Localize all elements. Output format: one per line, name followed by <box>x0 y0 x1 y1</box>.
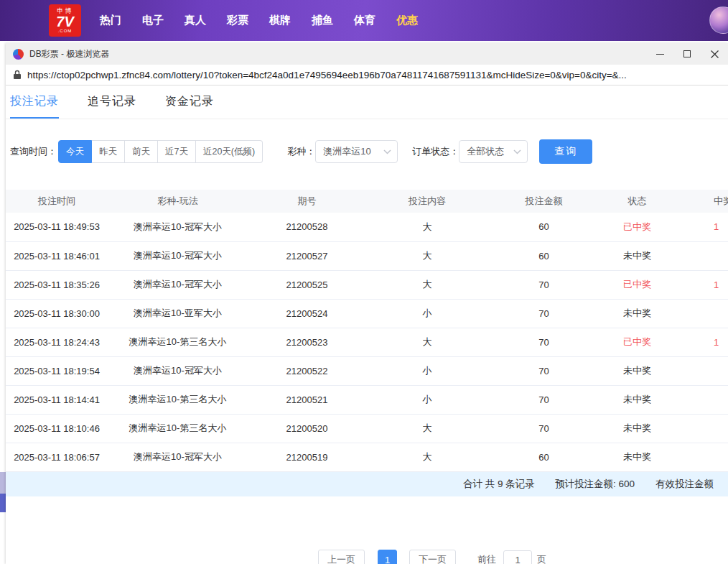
cell-win-amount <box>675 385 728 414</box>
filter-last7days-button[interactable]: 近7天 <box>158 140 196 163</box>
cell-win-amount <box>675 356 728 385</box>
filter-day-before-button[interactable]: 前天 <box>125 140 158 163</box>
tab-bet-records[interactable]: 投注记录 <box>10 85 59 119</box>
record-tabs: 投注记录 追号记录 资金记录 <box>6 85 728 119</box>
browser-window: DB彩票 - 极速浏览器 https://ctop02pchwp1.zfnc84… <box>6 43 728 564</box>
address-bar[interactable]: https://ctop02pchwp1.zfnc84.com/lottery/… <box>6 65 728 85</box>
header-bet-content: 投注内容 <box>366 190 488 213</box>
lottery-records-page: 投注记录 追号记录 资金记录 查询时间： 今天 昨天 前天 近7天 近20天(低… <box>6 85 728 496</box>
expected-bet-amount-text: 预计投注金额: 600 <box>555 478 635 491</box>
maximize-button[interactable] <box>673 43 701 65</box>
cell-bet-content: 小 <box>366 299 488 328</box>
cell-win-amount: 1 <box>675 213 728 241</box>
nav-item-lottery[interactable]: 彩票 <box>227 14 248 27</box>
table-row: 2025-03-11 18:06:57 澳洲幸运10-冠军大小 21200519… <box>6 443 728 471</box>
filter-last20days-button[interactable]: 近20天(低频) <box>196 140 263 163</box>
cell-game-play: 澳洲幸运10-亚军大小 <box>108 299 248 328</box>
query-time-label: 查询时间： <box>10 145 57 158</box>
cell-issue-number: 21200519 <box>248 443 366 471</box>
nav-item-fishing[interactable]: 捕鱼 <box>312 14 333 27</box>
nav-item-boardgames[interactable]: 棋牌 <box>269 14 291 27</box>
lottery-type-value: 澳洲幸运10 <box>323 145 370 158</box>
main-menu: 热门 电子 真人 彩票 棋牌 捕鱼 体育 优惠 <box>100 14 418 27</box>
summary-bar: 合计 共 9 条记录 预计投注金额: 600 有效投注金额 <box>6 472 728 496</box>
next-page-button[interactable]: 下一页 <box>409 550 456 564</box>
minimize-icon <box>656 54 664 55</box>
search-button[interactable]: 查询 <box>539 139 592 164</box>
cell-game-play: 澳洲幸运10-冠军大小 <box>108 443 248 471</box>
cell-issue-number: 21200525 <box>248 270 366 299</box>
header-win-amount: 中奖金额 <box>675 190 728 213</box>
cell-bet-content: 大 <box>366 213 488 241</box>
nav-item-sports[interactable]: 体育 <box>354 14 375 27</box>
cell-bet-content: 大 <box>366 270 488 299</box>
header-issue-number: 期号 <box>248 190 366 213</box>
maximize-icon <box>683 50 691 57</box>
pagination: 上一页 1 下一页 前往 页 <box>6 550 728 564</box>
desktop-background-strip <box>0 494 6 512</box>
table-row: 2025-03-11 18:35:26 澳洲幸运10-冠军大小 21200525… <box>6 270 728 299</box>
db-lottery-favicon-icon <box>13 49 24 60</box>
prev-page-button[interactable]: 上一页 <box>318 550 365 564</box>
nav-item-hot[interactable]: 热门 <box>100 14 121 27</box>
chevron-down-icon <box>513 149 521 154</box>
table-row: 2025-03-11 18:24:43 澳洲幸运10-第三名大小 2120052… <box>6 328 728 356</box>
cell-bet-amount: 70 <box>488 385 599 414</box>
cell-bet-time: 2025-03-11 18:35:26 <box>6 270 108 299</box>
cell-status: 未中奖 <box>599 385 675 414</box>
cell-bet-amount: 60 <box>488 443 599 471</box>
cell-bet-content: 大 <box>366 328 488 356</box>
user-avatar[interactable] <box>709 6 728 34</box>
close-button[interactable] <box>701 43 728 65</box>
filter-bar: 查询时间： 今天 昨天 前天 近7天 近20天(低频) 彩种： 澳洲幸运10 订… <box>6 139 728 164</box>
cell-status: 已中奖 <box>599 213 675 241</box>
url-text[interactable]: https://ctop02pchwp1.zfnc84.com/lottery/… <box>27 70 627 80</box>
cell-game-play: 澳洲幸运10-冠军大小 <box>108 356 248 385</box>
tab-chase-records[interactable]: 追号记录 <box>88 85 136 119</box>
order-status-select[interactable]: 全部状态 <box>459 140 528 163</box>
table-row: 2025-03-11 18:46:01 澳洲幸运10-冠军大小 21200527… <box>6 241 728 270</box>
desktop-background-strip <box>0 472 6 494</box>
site-logo[interactable]: 申博 7V .COM <box>49 4 81 37</box>
cell-status: 已中奖 <box>599 328 675 356</box>
cell-bet-time: 2025-03-11 18:14:41 <box>6 385 108 414</box>
goto-page-unit: 页 <box>537 553 546 564</box>
cell-status: 未中奖 <box>599 356 675 385</box>
browser-title-bar[interactable]: DB彩票 - 极速浏览器 <box>6 43 728 65</box>
cell-bet-amount: 70 <box>488 356 599 385</box>
cell-issue-number: 21200527 <box>248 241 366 270</box>
page-1-button[interactable]: 1 <box>378 550 397 564</box>
time-range-group: 今天 昨天 前天 近7天 近20天(低频) <box>58 140 263 163</box>
lock-icon <box>13 70 22 80</box>
cell-issue-number: 21200523 <box>248 328 366 356</box>
cell-win-amount <box>675 443 728 471</box>
table-row: 2025-03-11 18:30:00 澳洲幸运10-亚军大小 21200524… <box>6 299 728 328</box>
table-row: 2025-03-11 18:14:41 澳洲幸运10-第三名大小 2120052… <box>6 385 728 414</box>
cell-win-amount <box>675 241 728 270</box>
tab-fund-records[interactable]: 资金记录 <box>165 85 214 119</box>
cell-status: 未中奖 <box>599 443 675 471</box>
order-status-value: 全部状态 <box>467 145 504 158</box>
cell-bet-amount: 60 <box>488 213 599 241</box>
table-row: 2025-03-11 18:19:54 澳洲幸运10-冠军大小 21200522… <box>6 356 728 385</box>
header-status: 状态 <box>599 190 675 213</box>
chevron-down-icon <box>383 149 391 154</box>
header-bet-time: 投注时间 <box>6 190 108 213</box>
nav-item-slots[interactable]: 电子 <box>142 14 164 27</box>
cell-game-play: 澳洲幸运10-冠军大小 <box>108 270 248 299</box>
nav-item-promos[interactable]: 优惠 <box>396 14 418 27</box>
cell-bet-content: 大 <box>366 443 488 471</box>
cell-bet-time: 2025-03-11 18:19:54 <box>6 356 108 385</box>
cell-status: 未中奖 <box>599 241 675 270</box>
cell-bet-time: 2025-03-11 18:46:01 <box>6 241 108 270</box>
cell-bet-time: 2025-03-11 18:24:43 <box>6 328 108 356</box>
lottery-type-label: 彩种： <box>287 145 315 158</box>
cell-game-play: 澳洲幸运10-第三名大小 <box>108 385 248 414</box>
minimize-button[interactable] <box>646 43 673 65</box>
filter-today-button[interactable]: 今天 <box>58 140 92 163</box>
filter-yesterday-button[interactable]: 昨天 <box>92 140 125 163</box>
lottery-type-select[interactable]: 澳洲幸运10 <box>315 140 398 163</box>
nav-item-live[interactable]: 真人 <box>185 14 206 27</box>
total-records-text: 合计 共 9 条记录 <box>463 478 535 491</box>
goto-page-input[interactable] <box>503 550 532 564</box>
